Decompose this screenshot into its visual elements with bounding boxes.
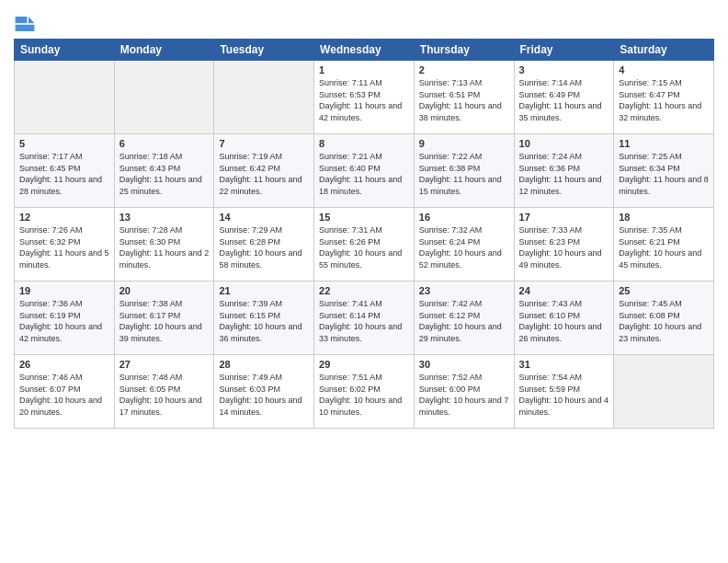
calendar-cell: 23Sunrise: 7:42 AM Sunset: 6:12 PM Dayli… — [414, 282, 514, 355]
calendar-cell: 24Sunrise: 7:43 AM Sunset: 6:10 PM Dayli… — [514, 282, 614, 355]
calendar-cell: 4Sunrise: 7:15 AM Sunset: 6:47 PM Daylig… — [614, 61, 714, 134]
day-info: Sunrise: 7:33 AM Sunset: 6:23 PM Dayligh… — [519, 224, 609, 270]
logo — [14, 9, 40, 35]
calendar-cell: 21Sunrise: 7:39 AM Sunset: 6:15 PM Dayli… — [214, 282, 314, 355]
calendar-week-5: 26Sunrise: 7:46 AM Sunset: 6:07 PM Dayli… — [15, 355, 714, 429]
day-info: Sunrise: 7:15 AM Sunset: 6:47 PM Dayligh… — [619, 77, 709, 123]
calendar-header-tuesday: Tuesday — [214, 40, 314, 61]
day-info: Sunrise: 7:28 AM Sunset: 6:30 PM Dayligh… — [119, 224, 210, 270]
calendar-week-1: 1Sunrise: 7:11 AM Sunset: 6:53 PM Daylig… — [15, 61, 714, 134]
day-number: 11 — [619, 138, 709, 149]
day-info: Sunrise: 7:48 AM Sunset: 6:05 PM Dayligh… — [119, 372, 210, 418]
day-number: 14 — [219, 212, 309, 223]
day-number: 12 — [19, 212, 109, 223]
calendar-cell: 10Sunrise: 7:24 AM Sunset: 6:36 PM Dayli… — [514, 134, 614, 208]
calendar-cell: 29Sunrise: 7:51 AM Sunset: 6:02 PM Dayli… — [314, 355, 415, 429]
calendar-cell: 26Sunrise: 7:46 AM Sunset: 6:07 PM Dayli… — [15, 355, 115, 429]
day-info: Sunrise: 7:54 AM Sunset: 5:59 PM Dayligh… — [519, 372, 609, 418]
day-number: 7 — [219, 138, 309, 149]
day-number: 20 — [119, 285, 210, 296]
page-header — [14, 9, 714, 35]
day-info: Sunrise: 7:32 AM Sunset: 6:24 PM Dayligh… — [419, 224, 509, 270]
day-number: 17 — [519, 212, 609, 223]
day-number: 28 — [219, 359, 309, 370]
day-info: Sunrise: 7:43 AM Sunset: 6:10 PM Dayligh… — [519, 298, 609, 344]
day-number: 6 — [119, 138, 210, 149]
calendar-cell: 16Sunrise: 7:32 AM Sunset: 6:24 PM Dayli… — [414, 208, 514, 282]
calendar-cell: 11Sunrise: 7:25 AM Sunset: 6:34 PM Dayli… — [614, 134, 714, 208]
day-info: Sunrise: 7:46 AM Sunset: 6:07 PM Dayligh… — [19, 372, 109, 418]
calendar-header-sunday: Sunday — [15, 40, 115, 61]
calendar-header-saturday: Saturday — [614, 40, 714, 61]
day-info: Sunrise: 7:36 AM Sunset: 6:19 PM Dayligh… — [19, 298, 109, 344]
calendar-cell: 30Sunrise: 7:52 AM Sunset: 6:00 PM Dayli… — [414, 355, 514, 429]
day-number: 10 — [519, 138, 609, 149]
day-info: Sunrise: 7:49 AM Sunset: 6:03 PM Dayligh… — [219, 372, 309, 418]
day-info: Sunrise: 7:24 AM Sunset: 6:36 PM Dayligh… — [519, 151, 609, 197]
day-number: 26 — [19, 359, 109, 370]
day-info: Sunrise: 7:11 AM Sunset: 6:53 PM Dayligh… — [319, 77, 409, 123]
day-number: 18 — [619, 212, 709, 223]
day-number: 13 — [119, 212, 210, 223]
day-info: Sunrise: 7:25 AM Sunset: 6:34 PM Dayligh… — [619, 151, 709, 197]
calendar-cell — [114, 61, 214, 134]
calendar-cell: 28Sunrise: 7:49 AM Sunset: 6:03 PM Dayli… — [214, 355, 314, 429]
day-number: 31 — [519, 359, 609, 370]
calendar-header-wednesday: Wednesday — [314, 40, 415, 61]
day-number: 3 — [519, 64, 609, 75]
calendar-cell — [214, 61, 314, 134]
calendar-cell: 20Sunrise: 7:38 AM Sunset: 6:17 PM Dayli… — [114, 282, 214, 355]
day-info: Sunrise: 7:38 AM Sunset: 6:17 PM Dayligh… — [119, 298, 210, 344]
calendar-cell: 22Sunrise: 7:41 AM Sunset: 6:14 PM Dayli… — [314, 282, 415, 355]
calendar-cell: 14Sunrise: 7:29 AM Sunset: 6:28 PM Dayli… — [214, 208, 314, 282]
calendar-cell: 2Sunrise: 7:13 AM Sunset: 6:51 PM Daylig… — [414, 61, 514, 134]
calendar-cell: 8Sunrise: 7:21 AM Sunset: 6:40 PM Daylig… — [314, 134, 415, 208]
calendar-header-friday: Friday — [514, 40, 614, 61]
calendar-cell: 17Sunrise: 7:33 AM Sunset: 6:23 PM Dayli… — [514, 208, 614, 282]
logo-icon — [14, 13, 36, 35]
day-number: 24 — [519, 285, 609, 296]
day-number: 25 — [619, 285, 709, 296]
calendar-week-2: 5Sunrise: 7:17 AM Sunset: 6:45 PM Daylig… — [15, 134, 714, 208]
day-number: 27 — [119, 359, 210, 370]
day-number: 4 — [619, 64, 709, 75]
calendar-cell: 19Sunrise: 7:36 AM Sunset: 6:19 PM Dayli… — [15, 282, 115, 355]
day-info: Sunrise: 7:52 AM Sunset: 6:00 PM Dayligh… — [419, 372, 509, 418]
day-info: Sunrise: 7:21 AM Sunset: 6:40 PM Dayligh… — [319, 151, 409, 197]
day-info: Sunrise: 7:29 AM Sunset: 6:28 PM Dayligh… — [219, 224, 309, 270]
calendar-cell: 1Sunrise: 7:11 AM Sunset: 6:53 PM Daylig… — [314, 61, 415, 134]
day-info: Sunrise: 7:14 AM Sunset: 6:49 PM Dayligh… — [519, 77, 609, 123]
day-info: Sunrise: 7:17 AM Sunset: 6:45 PM Dayligh… — [19, 151, 109, 197]
day-info: Sunrise: 7:18 AM Sunset: 6:43 PM Dayligh… — [119, 151, 210, 197]
calendar-cell: 9Sunrise: 7:22 AM Sunset: 6:38 PM Daylig… — [414, 134, 514, 208]
calendar-cell: 6Sunrise: 7:18 AM Sunset: 6:43 PM Daylig… — [114, 134, 214, 208]
day-number: 22 — [319, 285, 409, 296]
calendar-week-3: 12Sunrise: 7:26 AM Sunset: 6:32 PM Dayli… — [15, 208, 714, 282]
svg-rect-0 — [14, 13, 36, 35]
calendar-cell: 3Sunrise: 7:14 AM Sunset: 6:49 PM Daylig… — [514, 61, 614, 134]
day-number: 2 — [419, 64, 509, 75]
calendar-cell: 5Sunrise: 7:17 AM Sunset: 6:45 PM Daylig… — [15, 134, 115, 208]
svg-rect-2 — [16, 17, 28, 23]
day-number: 16 — [419, 212, 509, 223]
day-number: 8 — [319, 138, 409, 149]
day-info: Sunrise: 7:19 AM Sunset: 6:42 PM Dayligh… — [219, 151, 309, 197]
calendar-cell — [614, 355, 714, 429]
day-info: Sunrise: 7:42 AM Sunset: 6:12 PM Dayligh… — [419, 298, 509, 344]
day-info: Sunrise: 7:45 AM Sunset: 6:08 PM Dayligh… — [619, 298, 709, 344]
day-number: 23 — [419, 285, 509, 296]
calendar-cell — [15, 61, 115, 134]
day-info: Sunrise: 7:35 AM Sunset: 6:21 PM Dayligh… — [619, 224, 709, 270]
day-info: Sunrise: 7:13 AM Sunset: 6:51 PM Dayligh… — [419, 77, 509, 123]
day-info: Sunrise: 7:22 AM Sunset: 6:38 PM Dayligh… — [419, 151, 509, 197]
calendar-week-4: 19Sunrise: 7:36 AM Sunset: 6:19 PM Dayli… — [15, 282, 714, 355]
calendar-header-row: SundayMondayTuesdayWednesdayThursdayFrid… — [15, 40, 714, 61]
calendar-cell: 25Sunrise: 7:45 AM Sunset: 6:08 PM Dayli… — [614, 282, 714, 355]
day-number: 5 — [19, 138, 109, 149]
day-number: 29 — [319, 359, 409, 370]
calendar-cell: 15Sunrise: 7:31 AM Sunset: 6:26 PM Dayli… — [314, 208, 415, 282]
day-number: 15 — [319, 212, 409, 223]
calendar-cell: 13Sunrise: 7:28 AM Sunset: 6:30 PM Dayli… — [114, 208, 214, 282]
calendar-cell: 7Sunrise: 7:19 AM Sunset: 6:42 PM Daylig… — [214, 134, 314, 208]
day-number: 1 — [319, 64, 409, 75]
